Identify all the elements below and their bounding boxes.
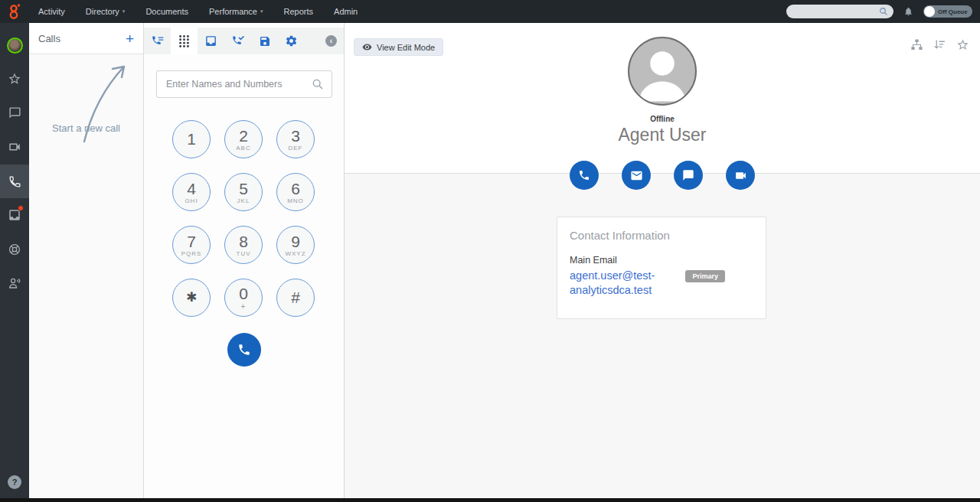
dial-search — [156, 70, 332, 98]
nav-label: Activity — [38, 7, 65, 16]
tab-voicemail-inbox[interactable] — [198, 28, 224, 54]
global-search-input[interactable] — [786, 5, 893, 18]
phone-icon — [8, 175, 21, 188]
key-letters: MNO — [287, 198, 304, 204]
nav-label: Reports — [284, 7, 314, 16]
sidebar-item-profile[interactable] — [0, 28, 29, 62]
contact-information-card: Contact Information Main Email agent.use… — [557, 217, 766, 319]
profile-header: View Edit Mode — [345, 23, 980, 174]
video-camera-icon — [734, 169, 747, 182]
chat-icon — [8, 106, 21, 119]
call-action-button[interactable] — [570, 161, 599, 190]
primary-badge: Primary — [685, 270, 725, 282]
tab-preferences[interactable] — [278, 28, 305, 54]
dialpad-key-0[interactable]: 0+ — [224, 279, 263, 317]
nav-label: Performance — [209, 7, 257, 16]
video-action-button[interactable] — [726, 161, 755, 190]
key-letters: + — [241, 303, 247, 311]
gear-icon — [285, 34, 298, 47]
key-digit: # — [291, 289, 300, 305]
star-icon[interactable] — [956, 38, 969, 51]
collapse-panel-button[interactable]: ‹ — [325, 35, 337, 47]
chevron-down-icon: ▾ — [260, 8, 263, 15]
sidebar-item-inbox[interactable] — [0, 198, 29, 232]
sidebar-item-agent[interactable] — [0, 266, 29, 300]
dialpad-key-1[interactable]: 1 — [172, 120, 211, 158]
search-icon — [879, 7, 888, 16]
dialpad-key-4[interactable]: 4GHI — [172, 173, 211, 211]
view-edit-mode-button[interactable]: View Edit Mode — [354, 38, 443, 56]
presence-status: Offline — [345, 115, 980, 123]
sort-icon[interactable] — [933, 38, 946, 51]
help-button[interactable]: ? — [8, 475, 21, 489]
dialpad-key-3[interactable]: 3DEF — [276, 120, 315, 158]
phone-icon — [578, 169, 590, 181]
sidebar-item-calls[interactable] — [0, 165, 29, 198]
dialpad-key-6[interactable]: 6MNO — [276, 173, 315, 211]
dialpad-key-5[interactable]: 5JKL — [224, 173, 263, 211]
profile-name: Agent User — [345, 125, 980, 145]
key-digit: 4 — [187, 181, 196, 197]
notification-dot — [18, 205, 24, 211]
nav-documents[interactable]: Documents — [145, 7, 188, 16]
dial-search-input[interactable] — [157, 71, 332, 97]
nav-admin[interactable]: Admin — [334, 7, 358, 16]
sidebar-item-chat[interactable] — [0, 96, 29, 129]
dialpad-key-8[interactable]: 8TUV — [224, 226, 263, 264]
dialpad-key-2[interactable]: 2ABC — [224, 120, 263, 158]
key-digit: 9 — [291, 233, 300, 249]
key-digit: 7 — [187, 233, 196, 249]
star-icon — [8, 72, 21, 86]
video-camera-icon — [8, 140, 21, 154]
queue-status-toggle[interactable]: Off Queue — [923, 5, 972, 18]
dialpad-key-star[interactable]: ✱ — [172, 279, 211, 317]
person-silhouette-icon — [629, 38, 695, 104]
tab-call-settings[interactable] — [224, 28, 251, 54]
dialpad-icon — [178, 34, 190, 48]
nav-label: Documents — [145, 7, 188, 16]
view-edit-mode-label: View Edit Mode — [377, 43, 435, 52]
key-letters: GHI — [185, 198, 198, 204]
tab-call-history[interactable] — [144, 28, 171, 54]
key-letters: DEF — [289, 145, 303, 152]
new-call-button[interactable]: + — [126, 31, 134, 46]
contact-action-row — [345, 161, 980, 190]
chat-icon — [682, 169, 694, 181]
dialpad-key-hash[interactable]: # — [276, 279, 315, 317]
email-link[interactable]: agent.user@test-analyticsdca.test — [570, 269, 677, 298]
tab-dialpad[interactable] — [171, 28, 198, 54]
key-digit: ✱ — [186, 291, 197, 304]
eye-icon — [362, 42, 372, 52]
envelope-icon — [630, 169, 643, 182]
key-letters: ABC — [236, 145, 250, 152]
top-nav-bar: Activity Directory▾ Documents Performanc… — [0, 0, 980, 23]
toggle-knob — [924, 6, 935, 17]
nav-activity[interactable]: Activity — [38, 7, 65, 16]
dial-call-button[interactable] — [227, 333, 261, 367]
notifications-bell-icon[interactable] — [903, 6, 913, 17]
sidebar-item-favorites[interactable] — [0, 62, 29, 96]
genesys-logo[interactable] — [0, 0, 29, 23]
nav-reports[interactable]: Reports — [284, 7, 314, 16]
key-digit: 3 — [291, 128, 300, 144]
key-letters: JKL — [237, 198, 250, 204]
sidebar-item-video[interactable] — [0, 130, 29, 164]
chat-action-button[interactable] — [674, 161, 703, 190]
queue-status-label: Off Queue — [938, 8, 968, 15]
main-nav: Activity Directory▾ Documents Performanc… — [38, 7, 358, 16]
chevron-left-icon: ‹ — [330, 37, 332, 45]
calls-panel-header: Calls + — [29, 23, 143, 54]
sidebar-item-interactions[interactable] — [0, 233, 29, 266]
dialer-tabs: ‹ — [144, 28, 344, 54]
nav-performance[interactable]: Performance▾ — [209, 7, 263, 16]
dialpad-key-9[interactable]: 9WXYZ — [276, 226, 315, 264]
user-avatar — [7, 37, 23, 54]
window-bottom-edge — [0, 498, 980, 502]
email-action-button[interactable] — [622, 161, 651, 190]
nav-label: Directory — [86, 7, 119, 16]
profile-avatar — [628, 37, 697, 106]
org-chart-icon[interactable] — [910, 38, 923, 51]
dialpad-key-7[interactable]: 7PQRS — [172, 226, 211, 264]
tab-saved[interactable] — [251, 28, 278, 54]
nav-directory[interactable]: Directory▾ — [86, 7, 126, 16]
